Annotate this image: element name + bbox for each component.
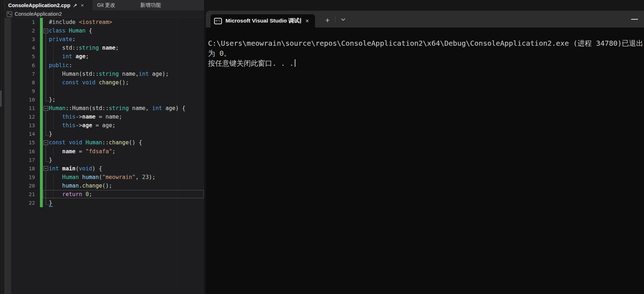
code-text: int age; bbox=[49, 52, 89, 61]
breadcrumb-project-name: ConsoleApplication2 bbox=[15, 11, 62, 17]
code-line[interactable]: 10}; bbox=[0, 95, 204, 104]
code-text: Human human("meowrain", 23); bbox=[49, 173, 156, 181]
line-number: 5 bbox=[13, 52, 35, 61]
fold-guide-foot bbox=[46, 161, 49, 162]
tab-label: 新增功能 bbox=[140, 2, 161, 9]
line-number: 12 bbox=[13, 113, 35, 121]
code-line[interactable]: 6public: bbox=[0, 61, 204, 70]
terminal-output-line: C:\Users\meowrain\source\repos\ConsoleAp… bbox=[208, 38, 644, 48]
line-number: 16 bbox=[13, 147, 35, 156]
indent-guide bbox=[53, 113, 54, 129]
line-number: 18 bbox=[13, 164, 35, 173]
code-text: const void change(); bbox=[49, 78, 129, 87]
line-number: 14 bbox=[13, 130, 35, 138]
cpp-project-icon: ++ bbox=[7, 11, 12, 17]
code-text: #include <iostream> bbox=[49, 18, 112, 26]
tab-consoleapplication2-cpp[interactable]: ConsoleApplication2.cpp × bbox=[5, 0, 92, 10]
code-line[interactable]: 16 name = "fdsafa"; bbox=[0, 147, 204, 156]
vs-editor-group: ConsoleApplication2.cpp × Git 更改 新增功能 ++… bbox=[0, 0, 206, 294]
screen: ConsoleApplication2.cpp × Git 更改 新增功能 ++… bbox=[0, 0, 644, 294]
code-text: Human(std::string name,int age); bbox=[49, 70, 169, 78]
indent-guide bbox=[53, 36, 54, 95]
code-line[interactable]: 14} bbox=[0, 130, 204, 138]
fold-guide-line bbox=[46, 33, 46, 101]
terminal-output-line: 按任意键关闭此窗口. . . bbox=[208, 58, 644, 68]
terminal-tab-title: Microsoft Visual Studio 调试控制台 bbox=[225, 17, 301, 25]
line-number: 17 bbox=[13, 156, 35, 164]
code-line[interactable]: 15−const void Human::change() { bbox=[0, 138, 204, 147]
tab-new-features[interactable]: 新增功能 bbox=[137, 0, 177, 10]
code-line[interactable]: 20 human.change(); bbox=[0, 181, 204, 190]
line-number: 8 bbox=[13, 78, 35, 87]
code-line[interactable]: 13 this->age = age; bbox=[0, 121, 204, 130]
chevron-down-icon[interactable] bbox=[339, 16, 348, 23]
code-text: int main(void) { bbox=[49, 164, 102, 173]
minimize-dash-icon bbox=[631, 19, 638, 20]
code-text: human.change(); bbox=[49, 181, 112, 190]
line-number: 7 bbox=[13, 70, 35, 78]
fold-collapse-icon[interactable]: − bbox=[44, 29, 48, 33]
line-number: 11 bbox=[13, 104, 35, 113]
code-text: name = "fdsafa"; bbox=[49, 147, 116, 156]
fold-collapse-icon[interactable]: − bbox=[44, 166, 48, 171]
code-line[interactable]: 3private: bbox=[0, 35, 204, 44]
pin-icon[interactable] bbox=[73, 3, 77, 8]
new-tab-button[interactable]: + bbox=[322, 15, 333, 26]
line-number: 21 bbox=[13, 190, 35, 199]
code-line[interactable]: 5 int age; bbox=[0, 52, 204, 61]
tab-label: ConsoleApplication2.cpp bbox=[8, 3, 70, 8]
code-line[interactable]: 11−Human::Human(std::string name, int ag… bbox=[0, 104, 204, 113]
close-icon[interactable]: × bbox=[80, 3, 85, 8]
minimize-button[interactable] bbox=[628, 15, 641, 24]
code-line[interactable]: 17} bbox=[0, 156, 204, 164]
terminal-output[interactable]: C:\Users\meowrain\source\repos\ConsoleAp… bbox=[206, 28, 644, 294]
indent-guide bbox=[53, 148, 54, 155]
fold-guide-foot bbox=[46, 204, 49, 205]
code-text: } bbox=[49, 130, 52, 138]
tab-label: Git 更改 bbox=[97, 2, 116, 9]
code-line[interactable]: 2−class Human { bbox=[0, 26, 204, 35]
fold-guide-foot bbox=[46, 101, 49, 101]
code-text: public: bbox=[49, 61, 72, 70]
line-number: 10 bbox=[13, 95, 35, 104]
line-number: 13 bbox=[13, 121, 35, 130]
code-line[interactable]: 8 const void change(); bbox=[0, 78, 204, 87]
line-number: 3 bbox=[13, 35, 35, 44]
fold-guide-foot bbox=[46, 135, 49, 136]
line-number: 4 bbox=[13, 44, 35, 52]
code-editor[interactable]: 1#include <iostream>2−class Human {3priv… bbox=[0, 18, 204, 294]
terminal-tab-debug-console[interactable]: c:\ Microsoft Visual Studio 调试控制台 × bbox=[211, 14, 315, 28]
fold-guide-line bbox=[46, 171, 46, 204]
code-text: this->name = name; bbox=[49, 113, 122, 121]
code-line[interactable]: 1#include <iostream> bbox=[0, 18, 204, 26]
code-line[interactable]: 9 bbox=[0, 87, 204, 95]
code-text: class Human { bbox=[49, 26, 92, 35]
fold-guide-line bbox=[46, 111, 46, 135]
line-number: 20 bbox=[13, 181, 35, 190]
fold-collapse-icon[interactable]: − bbox=[44, 140, 48, 145]
line-number: 2 bbox=[13, 26, 35, 35]
code-text: std::string name; bbox=[49, 44, 119, 52]
breadcrumb[interactable]: ++ ConsoleApplication2 bbox=[5, 10, 204, 18]
code-line[interactable]: 19 Human human("meowrain", 23); bbox=[0, 173, 204, 181]
code-line[interactable]: 18−int main(void) { bbox=[0, 164, 204, 173]
code-line[interactable]: 4 std::string name; bbox=[0, 44, 204, 52]
code-line[interactable]: 7 Human(std::string name,int age); bbox=[0, 70, 204, 78]
line-number: 9 bbox=[13, 87, 35, 95]
code-area[interactable]: 1#include <iostream>2−class Human {3priv… bbox=[0, 18, 204, 294]
terminal-titlebar[interactable]: c:\ Microsoft Visual Studio 调试控制台 × + bbox=[206, 11, 644, 28]
caret-underline bbox=[49, 206, 53, 207]
code-text: } bbox=[49, 156, 52, 164]
code-line[interactable]: 22} bbox=[0, 199, 204, 207]
close-icon[interactable]: × bbox=[305, 18, 309, 24]
terminal-cursor bbox=[295, 59, 295, 67]
console-icon: c:\ bbox=[214, 18, 222, 24]
line-number: 1 bbox=[13, 18, 35, 26]
tab-git-changes[interactable]: Git 更改 bbox=[93, 0, 136, 10]
line-number: 15 bbox=[13, 138, 35, 147]
code-text: Human::Human(std::string name, int age) … bbox=[49, 104, 186, 113]
line-number: 19 bbox=[13, 173, 35, 181]
fold-collapse-icon[interactable]: − bbox=[44, 106, 48, 111]
current-line-highlight bbox=[43, 190, 204, 198]
code-line[interactable]: 12 this->name = name; bbox=[0, 113, 204, 121]
